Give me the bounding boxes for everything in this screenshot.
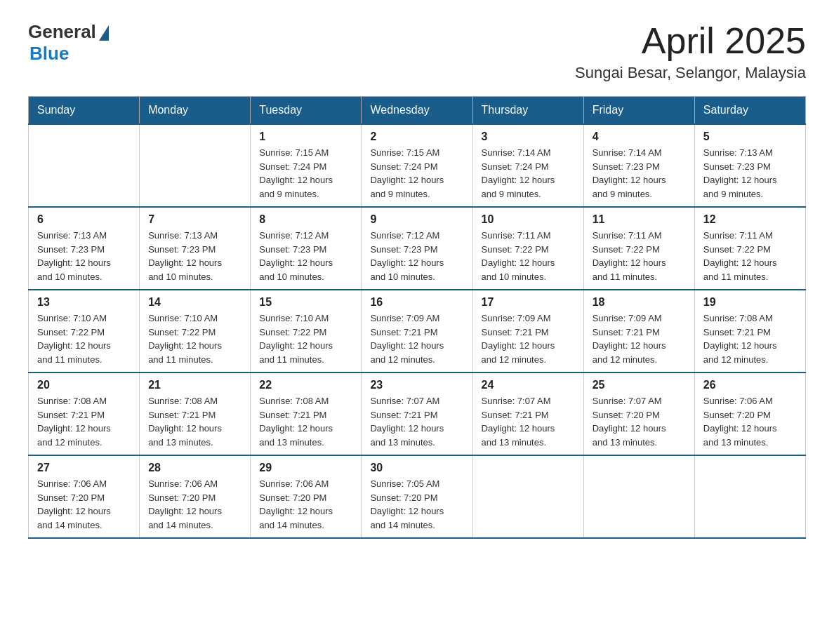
calendar-cell: 1Sunrise: 7:15 AM Sunset: 7:24 PM Daylig…: [251, 124, 362, 207]
day-info: Sunrise: 7:07 AM Sunset: 7:20 PM Dayligh…: [593, 394, 686, 449]
logo-general-text: General: [28, 21, 96, 43]
day-info: Sunrise: 7:06 AM Sunset: 7:20 PM Dayligh…: [259, 477, 352, 532]
day-number: 12: [703, 213, 797, 226]
calendar-week-5: 27Sunrise: 7:06 AM Sunset: 7:20 PM Dayli…: [29, 455, 806, 538]
calendar-week-1: 1Sunrise: 7:15 AM Sunset: 7:24 PM Daylig…: [29, 124, 806, 207]
day-number: 18: [593, 296, 686, 309]
day-info: Sunrise: 7:10 AM Sunset: 7:22 PM Dayligh…: [37, 311, 131, 366]
calendar-cell: 4Sunrise: 7:14 AM Sunset: 7:23 PM Daylig…: [583, 124, 694, 207]
calendar-cell: 30Sunrise: 7:05 AM Sunset: 7:20 PM Dayli…: [362, 455, 472, 538]
day-number: 16: [370, 296, 463, 309]
day-info: Sunrise: 7:09 AM Sunset: 7:21 PM Dayligh…: [593, 311, 686, 366]
day-info: Sunrise: 7:15 AM Sunset: 7:24 PM Dayligh…: [259, 146, 352, 201]
calendar-cell: 26Sunrise: 7:06 AM Sunset: 7:20 PM Dayli…: [694, 373, 805, 455]
day-info: Sunrise: 7:06 AM Sunset: 7:20 PM Dayligh…: [703, 394, 797, 449]
day-number: 14: [148, 296, 241, 309]
day-info: Sunrise: 7:11 AM Sunset: 7:22 PM Dayligh…: [703, 229, 797, 283]
calendar-cell: 23Sunrise: 7:07 AM Sunset: 7:21 PM Dayli…: [362, 373, 472, 455]
day-info: Sunrise: 7:13 AM Sunset: 7:23 PM Dayligh…: [703, 146, 797, 201]
day-number: 21: [148, 379, 241, 391]
day-number: 1: [259, 130, 352, 143]
page-header: General Blue April 2025 Sungai Besar, Se…: [28, 21, 806, 82]
location-subtitle: Sungai Besar, Selangor, Malaysia: [575, 64, 806, 82]
weekday-header-saturday: Saturday: [694, 97, 805, 125]
day-info: Sunrise: 7:12 AM Sunset: 7:23 PM Dayligh…: [370, 229, 463, 283]
calendar-table: SundayMondayTuesdayWednesdayThursdayFrid…: [28, 96, 806, 539]
calendar-cell: 7Sunrise: 7:13 AM Sunset: 7:23 PM Daylig…: [140, 207, 251, 290]
day-info: Sunrise: 7:06 AM Sunset: 7:20 PM Dayligh…: [37, 477, 131, 532]
day-number: 7: [148, 213, 241, 226]
weekday-header-thursday: Thursday: [472, 97, 583, 125]
calendar-week-2: 6Sunrise: 7:13 AM Sunset: 7:23 PM Daylig…: [29, 207, 806, 290]
day-number: 3: [482, 130, 575, 143]
month-year-title: April 2025: [575, 21, 806, 61]
day-number: 10: [482, 213, 575, 226]
calendar-cell: 11Sunrise: 7:11 AM Sunset: 7:22 PM Dayli…: [583, 207, 694, 290]
weekday-header-tuesday: Tuesday: [251, 97, 362, 125]
day-info: Sunrise: 7:08 AM Sunset: 7:21 PM Dayligh…: [703, 311, 797, 366]
day-number: 28: [148, 462, 241, 474]
day-info: Sunrise: 7:12 AM Sunset: 7:23 PM Dayligh…: [259, 229, 352, 283]
day-info: Sunrise: 7:10 AM Sunset: 7:22 PM Dayligh…: [148, 311, 241, 366]
day-number: 9: [370, 213, 463, 226]
calendar-cell: 19Sunrise: 7:08 AM Sunset: 7:21 PM Dayli…: [694, 290, 805, 373]
day-number: 30: [370, 462, 463, 474]
calendar-cell: [694, 455, 805, 538]
calendar-cell: [140, 124, 251, 207]
day-number: 25: [593, 379, 686, 391]
day-number: 5: [703, 130, 797, 143]
calendar-cell: 3Sunrise: 7:14 AM Sunset: 7:24 PM Daylig…: [472, 124, 583, 207]
logo-blue-text: Blue: [29, 43, 69, 65]
day-number: 8: [259, 213, 352, 226]
day-info: Sunrise: 7:07 AM Sunset: 7:21 PM Dayligh…: [370, 394, 463, 449]
calendar-cell: 18Sunrise: 7:09 AM Sunset: 7:21 PM Dayli…: [583, 290, 694, 373]
day-number: 23: [370, 379, 463, 391]
logo: General Blue: [28, 21, 109, 65]
day-info: Sunrise: 7:06 AM Sunset: 7:20 PM Dayligh…: [148, 477, 241, 532]
day-info: Sunrise: 7:08 AM Sunset: 7:21 PM Dayligh…: [259, 394, 352, 449]
calendar-cell: 24Sunrise: 7:07 AM Sunset: 7:21 PM Dayli…: [472, 373, 583, 455]
weekday-header-friday: Friday: [583, 97, 694, 125]
day-info: Sunrise: 7:11 AM Sunset: 7:22 PM Dayligh…: [593, 229, 686, 283]
calendar-week-4: 20Sunrise: 7:08 AM Sunset: 7:21 PM Dayli…: [29, 373, 806, 455]
calendar-cell: [472, 455, 583, 538]
calendar-cell: 10Sunrise: 7:11 AM Sunset: 7:22 PM Dayli…: [472, 207, 583, 290]
calendar-cell: 12Sunrise: 7:11 AM Sunset: 7:22 PM Dayli…: [694, 207, 805, 290]
day-number: 26: [703, 379, 797, 391]
day-info: Sunrise: 7:15 AM Sunset: 7:24 PM Dayligh…: [370, 146, 463, 201]
day-number: 29: [259, 462, 352, 474]
day-info: Sunrise: 7:13 AM Sunset: 7:23 PM Dayligh…: [37, 229, 131, 283]
day-info: Sunrise: 7:14 AM Sunset: 7:24 PM Dayligh…: [482, 146, 575, 201]
calendar-cell: 15Sunrise: 7:10 AM Sunset: 7:22 PM Dayli…: [251, 290, 362, 373]
day-number: 2: [370, 130, 463, 143]
day-info: Sunrise: 7:14 AM Sunset: 7:23 PM Dayligh…: [593, 146, 686, 201]
calendar-cell: 6Sunrise: 7:13 AM Sunset: 7:23 PM Daylig…: [29, 207, 140, 290]
day-info: Sunrise: 7:13 AM Sunset: 7:23 PM Dayligh…: [148, 229, 241, 283]
day-number: 13: [37, 296, 131, 309]
calendar-cell: 25Sunrise: 7:07 AM Sunset: 7:20 PM Dayli…: [583, 373, 694, 455]
calendar-cell: 2Sunrise: 7:15 AM Sunset: 7:24 PM Daylig…: [362, 124, 472, 207]
day-info: Sunrise: 7:09 AM Sunset: 7:21 PM Dayligh…: [370, 311, 463, 366]
calendar-cell: 21Sunrise: 7:08 AM Sunset: 7:21 PM Dayli…: [140, 373, 251, 455]
calendar-cell: 29Sunrise: 7:06 AM Sunset: 7:20 PM Dayli…: [251, 455, 362, 538]
calendar-cell: 27Sunrise: 7:06 AM Sunset: 7:20 PM Dayli…: [29, 455, 140, 538]
day-info: Sunrise: 7:05 AM Sunset: 7:20 PM Dayligh…: [370, 477, 463, 532]
title-block: April 2025 Sungai Besar, Selangor, Malay…: [575, 21, 806, 82]
logo-triangle-icon: [99, 25, 109, 41]
calendar-cell: 16Sunrise: 7:09 AM Sunset: 7:21 PM Dayli…: [362, 290, 472, 373]
calendar-cell: 13Sunrise: 7:10 AM Sunset: 7:22 PM Dayli…: [29, 290, 140, 373]
day-number: 24: [482, 379, 575, 391]
day-number: 11: [593, 213, 686, 226]
day-info: Sunrise: 7:08 AM Sunset: 7:21 PM Dayligh…: [37, 394, 131, 449]
day-info: Sunrise: 7:07 AM Sunset: 7:21 PM Dayligh…: [482, 394, 575, 449]
day-number: 17: [482, 296, 575, 309]
day-number: 20: [37, 379, 131, 391]
day-info: Sunrise: 7:11 AM Sunset: 7:22 PM Dayligh…: [482, 229, 575, 283]
day-info: Sunrise: 7:09 AM Sunset: 7:21 PM Dayligh…: [482, 311, 575, 366]
calendar-week-3: 13Sunrise: 7:10 AM Sunset: 7:22 PM Dayli…: [29, 290, 806, 373]
day-info: Sunrise: 7:08 AM Sunset: 7:21 PM Dayligh…: [148, 394, 241, 449]
weekday-header-monday: Monday: [140, 97, 251, 125]
day-number: 27: [37, 462, 131, 474]
calendar-cell: 5Sunrise: 7:13 AM Sunset: 7:23 PM Daylig…: [694, 124, 805, 207]
calendar-cell: 14Sunrise: 7:10 AM Sunset: 7:22 PM Dayli…: [140, 290, 251, 373]
